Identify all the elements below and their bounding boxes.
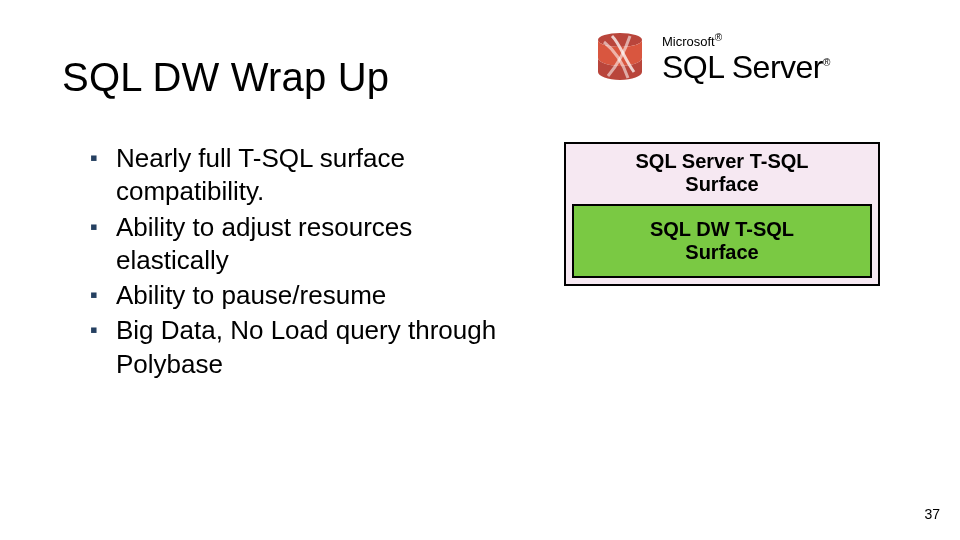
surface-diagram: SQL Server T-SQL Surface SQL DW T-SQL Su… (564, 142, 880, 383)
outer-box-label-line2: Surface (685, 173, 758, 195)
logo-reg-2: ® (823, 57, 830, 68)
inner-box-label: SQL DW T-SQL Surface (582, 218, 862, 264)
inner-box-label-line2: Surface (685, 241, 758, 263)
sql-server-logo-icon (590, 28, 650, 88)
body-row: Nearly full T-SQL surface compatibility.… (90, 142, 900, 383)
slide-title: SQL DW Wrap Up (62, 55, 389, 100)
inner-box-label-line1: SQL DW T-SQL (650, 218, 794, 240)
logo-microsoft-line: Microsoft® (662, 33, 722, 48)
bullet-item: Nearly full T-SQL surface compatibility. (90, 142, 520, 209)
logo-microsoft-word: Microsoft (662, 35, 715, 50)
slide: SQL DW Wrap Up Microsoft® SQL Server® (0, 0, 960, 540)
outer-box-sql-server-surface: SQL Server T-SQL Surface SQL DW T-SQL Su… (564, 142, 880, 286)
logo-product-word: SQL Server (662, 49, 823, 85)
inner-box-sql-dw-surface: SQL DW T-SQL Surface (572, 204, 872, 278)
outer-box-label: SQL Server T-SQL Surface (576, 150, 868, 196)
bullet-item: Ability to adjust resources elastically (90, 211, 520, 278)
sql-server-logo: Microsoft® SQL Server® (590, 20, 890, 96)
sql-server-logo-text: Microsoft® SQL Server® (662, 33, 830, 82)
logo-reg-1: ® (715, 32, 722, 43)
bullet-item: Big Data, No Load query through Polybase (90, 314, 520, 381)
bullet-list: Nearly full T-SQL surface compatibility.… (90, 142, 520, 383)
outer-box-label-line1: SQL Server T-SQL (635, 150, 808, 172)
logo-product-line: SQL Server® (662, 51, 830, 83)
page-number: 37 (924, 506, 940, 522)
bullet-item: Ability to pause/resume (90, 279, 520, 312)
